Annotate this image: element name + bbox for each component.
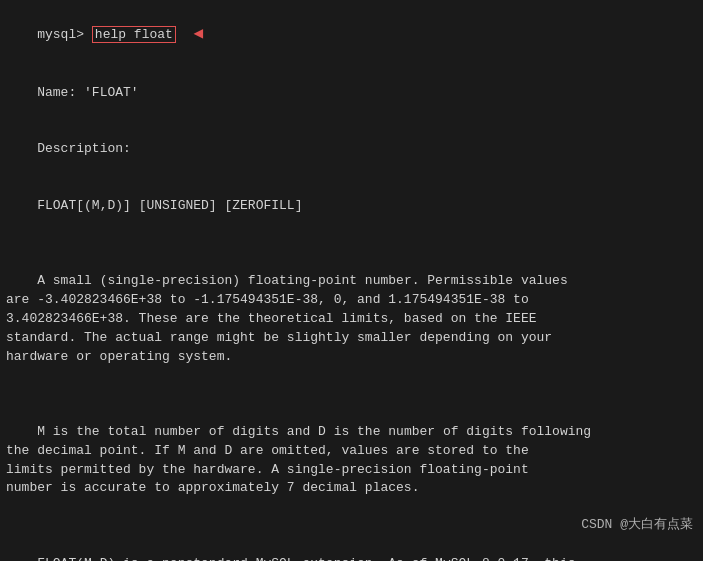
- command-text: help float: [92, 26, 176, 43]
- desc-label: Description:: [37, 141, 131, 156]
- syntax-text: FLOAT[(M,D)] [UNSIGNED] [ZEROFILL]: [37, 198, 302, 213]
- arrow-right-icon: ◀: [184, 25, 203, 43]
- paragraph-2: M is the total number of digits and D is…: [6, 404, 697, 517]
- name-label: Name:: [37, 85, 76, 100]
- paragraph-1: A small (single-precision) floating-poin…: [6, 253, 697, 385]
- spacer-2: [6, 385, 697, 404]
- prompt-prefix: mysql>: [37, 27, 92, 42]
- watermark-text: CSDN @大白有点菜: [581, 515, 693, 533]
- name-value: 'FLOAT': [76, 85, 138, 100]
- syntax-line: FLOAT[(M,D)] [UNSIGNED] [ZEROFILL]: [6, 178, 697, 235]
- command-line: mysql> help float ◀: [6, 4, 697, 65]
- name-label-line: Name: 'FLOAT': [6, 65, 697, 122]
- terminal-window: mysql> help float ◀ Name: 'FLOAT' Descri…: [0, 0, 703, 561]
- paragraph-3: FLOAT(M,D) is a nonstandard MySQL extens…: [6, 536, 697, 561]
- desc-label-line: Description:: [6, 121, 697, 178]
- para1-text: A small (single-precision) floating-poin…: [6, 273, 568, 363]
- para2-text: M is the total number of digits and D is…: [6, 424, 591, 496]
- spacer-1: [6, 234, 697, 253]
- para3-text: FLOAT(M,D) is a nonstandard MySQL extens…: [6, 556, 576, 561]
